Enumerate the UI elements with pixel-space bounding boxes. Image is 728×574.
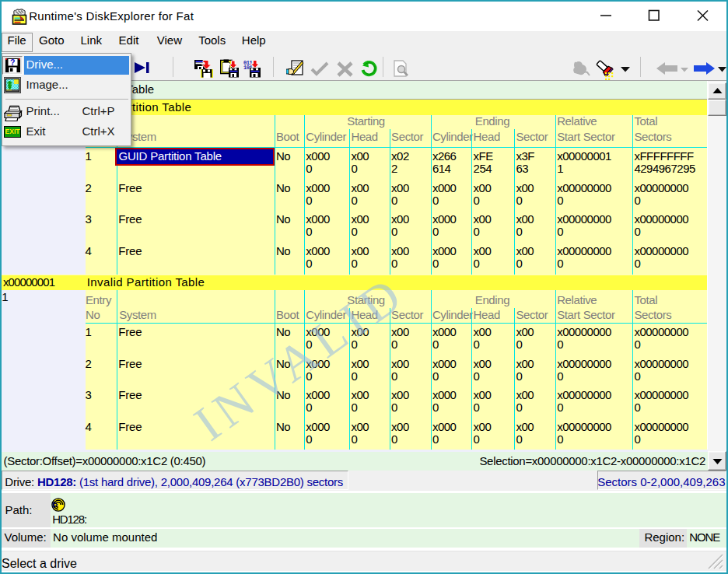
svg-text:?: ? bbox=[10, 58, 15, 67]
